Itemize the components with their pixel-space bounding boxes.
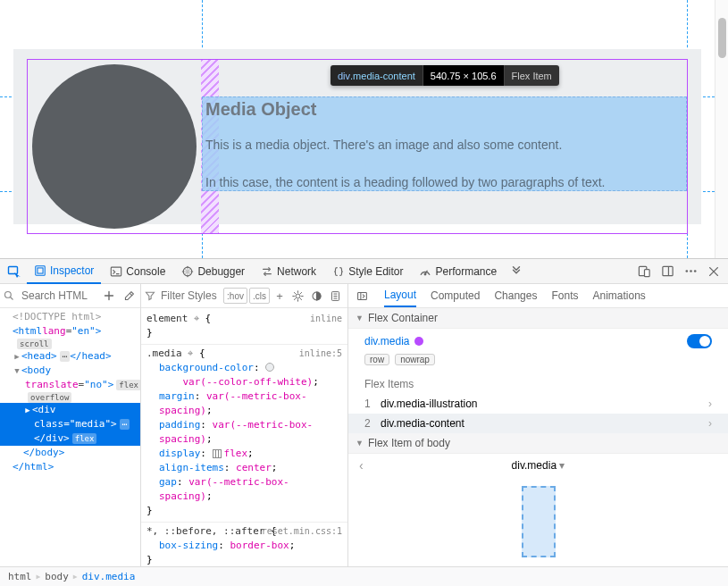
flex-item-row[interactable]: 2 div.media-content ›	[348, 414, 728, 433]
breadcrumb-item[interactable]: div.media	[79, 571, 138, 582]
eyedropper-icon[interactable]	[121, 288, 137, 304]
hov-toggle[interactable]: :hov	[223, 288, 247, 304]
svg-rect-2	[38, 267, 43, 272]
flex-item-row[interactable]: 1 div.media-illustration ›	[348, 394, 728, 414]
media-heading: Media Object	[205, 99, 316, 120]
cls-toggle[interactable]: .cls	[249, 288, 270, 304]
media-paragraph: In this case, the content is a heading f…	[205, 175, 606, 189]
tab-computed[interactable]: Computed	[431, 284, 480, 307]
dom-tree[interactable]: <!DOCTYPE html> <html lang="en"> scroll …	[0, 308, 140, 566]
selected-node[interactable]: ▶<div	[0, 403, 140, 417]
svg-rect-3	[112, 267, 121, 276]
light-scheme-icon[interactable]	[289, 288, 306, 304]
add-element-icon[interactable]	[101, 288, 117, 304]
responsive-mode-icon[interactable]	[633, 261, 655, 282]
svg-point-5	[425, 273, 427, 275]
svg-point-13	[5, 292, 12, 298]
tab-debugger[interactable]: Debugger	[174, 261, 252, 282]
dock-side-icon[interactable]	[657, 261, 678, 282]
devtools-toolbar: Inspector Console Debugger Network Style…	[0, 259, 728, 284]
back-button[interactable]: ‹	[359, 458, 364, 473]
breadcrumb: html ▶ body ▶ div.media	[0, 566, 728, 586]
tab-animations[interactable]: Animations	[592, 284, 645, 307]
svg-rect-0	[9, 266, 18, 273]
svg-rect-7	[644, 270, 649, 277]
overlay-color-swatch[interactable]	[414, 337, 423, 346]
rules-panel: :hov .cls + inline element ⌖ {}	[141, 284, 348, 566]
page-viewport: Media Object This is a media object. The…	[0, 0, 728, 258]
sidebar-toggle-icon[interactable]	[354, 288, 370, 304]
filter-styles-input[interactable]	[157, 288, 222, 304]
dark-scheme-icon[interactable]	[308, 288, 325, 304]
tab-console[interactable]: Console	[103, 261, 172, 282]
print-media-icon[interactable]	[327, 288, 344, 304]
chevron-right-icon: ›	[708, 417, 712, 430]
flex-items-header: Flex Items	[348, 371, 728, 394]
svg-point-11	[690, 270, 692, 272]
media-paragraph: This is a media object. There's an image…	[205, 138, 562, 152]
tab-layout[interactable]: Layout	[384, 284, 416, 307]
search-icon	[4, 290, 14, 301]
section-flex-item-of[interactable]: ▼Flex Item of body	[348, 433, 728, 454]
chevron-right-icon: ›	[708, 398, 712, 410]
tab-network[interactable]: Network	[254, 261, 323, 282]
tab-performance[interactable]: Performance	[412, 261, 504, 282]
new-rule-icon[interactable]: +	[272, 288, 288, 304]
filter-icon	[145, 290, 155, 301]
tab-changes[interactable]: Changes	[494, 284, 537, 307]
layout-panel: Layout Computed Changes Fonts Animations…	[348, 284, 728, 566]
element-info-tooltip: div.media-content 540.75 × 105.6 Flex It…	[331, 65, 559, 86]
svg-rect-8	[662, 266, 672, 275]
flex-wrap-pill: nowrap	[395, 354, 435, 365]
devtools-panel: Inspector Console Debugger Network Style…	[0, 258, 728, 586]
markup-panel: <!DOCTYPE html> <html lang="en"> scroll …	[0, 284, 141, 566]
tab-inspector[interactable]: Inspector	[27, 259, 101, 284]
flex-item-diagram	[348, 477, 728, 566]
svg-rect-20	[357, 292, 366, 299]
overflow-menu-icon[interactable]	[506, 261, 527, 282]
tab-style-editor[interactable]: Style Editor	[325, 261, 410, 282]
svg-point-14	[296, 294, 300, 298]
media-illustration	[28, 60, 201, 233]
close-devtools-icon[interactable]	[703, 261, 724, 282]
breadcrumb-item[interactable]: html	[5, 571, 35, 582]
overlay-toggle[interactable]	[687, 334, 712, 348]
section-flex-container[interactable]: ▼Flex Container	[348, 308, 728, 329]
svg-rect-1	[36, 265, 46, 275]
svg-point-12	[693, 270, 696, 272]
circle-placeholder-image	[32, 64, 197, 229]
node-picker-icon[interactable]	[4, 261, 25, 282]
svg-point-10	[685, 270, 688, 272]
page-scrollbar[interactable]	[715, 0, 728, 258]
css-rules-list[interactable]: inline element ⌖ {} inline:5 .media ⌖ { …	[141, 308, 347, 566]
flex-direction-pill: row	[364, 354, 389, 365]
breadcrumb-item[interactable]: body	[42, 571, 71, 582]
svg-rect-17	[213, 450, 221, 458]
more-options-icon[interactable]	[680, 261, 701, 282]
tab-fonts[interactable]: Fonts	[551, 284, 578, 307]
search-html-input[interactable]	[18, 288, 97, 304]
